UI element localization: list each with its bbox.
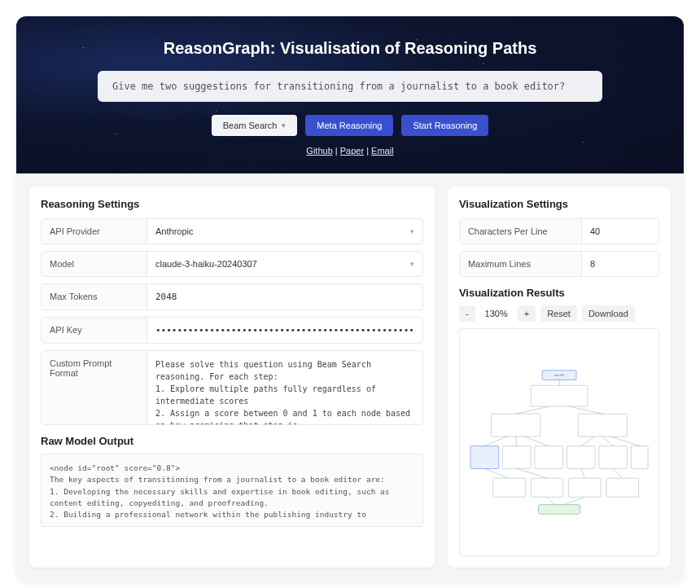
- api-key-input[interactable]: ••••••••••••••••••••••••••••••••••••••••…: [147, 318, 422, 343]
- chars-per-line-input[interactable]: 40: [582, 219, 658, 244]
- raw-output-box[interactable]: <node id="root" score="0.8"> The key asp…: [41, 454, 423, 527]
- reasoning-settings-panel: Reasoning Settings API Provider Anthropi…: [29, 186, 435, 568]
- viz-results-title: Visualization Results: [459, 287, 659, 299]
- chars-per-line-value: 40: [590, 226, 600, 236]
- svg-rect-13: [631, 446, 648, 469]
- svg-rect-20: [493, 478, 525, 497]
- model-value: claude-3-haiku-20240307: [155, 259, 257, 269]
- svg-rect-5: [578, 414, 627, 437]
- svg-rect-22: [569, 478, 601, 497]
- svg-line-30: [564, 497, 585, 504]
- viz-settings-title: Visualization Settings: [459, 198, 659, 210]
- api-key-row: API Key ••••••••••••••••••••••••••••••••…: [41, 317, 423, 344]
- search-method-dropdown[interactable]: Beam Search ▾: [212, 115, 298, 136]
- max-lines-row: Maximum Lines 8: [459, 251, 659, 277]
- svg-rect-21: [531, 478, 562, 497]
- svg-rect-11: [567, 446, 595, 469]
- svg-rect-9: [502, 446, 531, 469]
- svg-line-26: [581, 468, 585, 478]
- custom-prompt-row: Custom Prompt Format Please solve this q…: [41, 350, 423, 425]
- max-lines-value: 8: [590, 259, 595, 269]
- raw-output-title: Raw Model Output: [41, 435, 423, 447]
- meta-reasoning-button[interactable]: Meta Reasoning: [305, 115, 393, 136]
- chevron-down-icon: ▾: [410, 260, 414, 268]
- reset-button[interactable]: Reset: [540, 305, 577, 322]
- api-provider-select[interactable]: Anthropic ▾: [147, 219, 422, 244]
- api-key-value: ••••••••••••••••••••••••••••••••••••••••…: [155, 325, 414, 336]
- svg-rect-23: [606, 478, 638, 497]
- max-tokens-input[interactable]: 2048: [147, 284, 422, 309]
- flowchart-svg: root 0.8: [465, 334, 654, 551]
- download-button[interactable]: Download: [582, 305, 635, 322]
- max-tokens-value: 2048: [155, 292, 177, 302]
- github-link[interactable]: Github: [306, 146, 332, 156]
- svg-line-7: [569, 406, 603, 414]
- chars-per-line-label: Characters Per Line: [460, 219, 582, 244]
- custom-prompt-label: Custom Prompt Format: [42, 351, 147, 424]
- max-lines-input[interactable]: 8: [582, 252, 658, 276]
- svg-rect-4: [491, 414, 540, 437]
- svg-rect-10: [535, 446, 563, 469]
- visualization-panel: Visualization Settings Characters Per Li…: [448, 186, 671, 568]
- email-link[interactable]: Email: [371, 146, 394, 156]
- panels: Reasoning Settings API Provider Anthropi…: [16, 173, 684, 581]
- app-card: ReasonGraph: Visualisation of Reasoning …: [16, 16, 684, 581]
- zoom-out-button[interactable]: -: [459, 305, 475, 322]
- svg-line-24: [484, 468, 509, 478]
- paper-link[interactable]: Paper: [340, 146, 364, 156]
- svg-line-17: [581, 437, 594, 446]
- visualization-canvas[interactable]: root 0.8: [459, 328, 659, 556]
- api-provider-row: API Provider Anthropic ▾: [41, 218, 423, 244]
- zoom-in-button[interactable]: +: [518, 305, 536, 322]
- svg-text:root 0.8: root 0.8: [554, 374, 564, 377]
- model-row: Model claude-3-haiku-20240307 ▾: [41, 251, 423, 277]
- svg-line-19: [611, 437, 640, 446]
- max-tokens-label: Max Tokens: [42, 284, 147, 309]
- chevron-down-icon: ▾: [282, 121, 286, 129]
- svg-line-29: [547, 497, 554, 504]
- zoom-level: 130%: [480, 309, 513, 318]
- svg-line-27: [613, 468, 623, 478]
- max-lines-label: Maximum Lines: [460, 252, 582, 276]
- svg-line-14: [484, 437, 507, 446]
- chars-per-line-row: Characters Per Line 40: [459, 218, 659, 244]
- svg-line-18: [602, 437, 613, 446]
- api-provider-label: API Provider: [42, 219, 147, 244]
- api-key-label: API Key: [42, 318, 147, 343]
- svg-line-15: [516, 437, 517, 446]
- search-method-label: Beam Search: [223, 121, 278, 130]
- hero-links: Github | Paper | Email: [49, 146, 651, 156]
- svg-line-6: [516, 406, 550, 414]
- model-select[interactable]: claude-3-haiku-20240307 ▾: [147, 252, 422, 276]
- hero: ReasonGraph: Visualisation of Reasoning …: [16, 16, 684, 173]
- reasoning-settings-title: Reasoning Settings: [41, 198, 423, 210]
- svg-rect-28: [538, 505, 580, 515]
- viz-toolbar: - 130% + Reset Download: [459, 305, 659, 322]
- model-label: Model: [42, 252, 147, 276]
- query-input[interactable]: Give me two suggestions for transitionin…: [98, 71, 602, 102]
- svg-rect-12: [599, 446, 628, 469]
- svg-rect-8: [470, 446, 499, 469]
- svg-line-25: [517, 468, 547, 478]
- page-title: ReasonGraph: Visualisation of Reasoning …: [49, 39, 651, 58]
- hero-buttons: Beam Search ▾ Meta Reasoning Start Reaso…: [49, 115, 651, 136]
- svg-rect-2: [531, 385, 588, 406]
- svg-line-16: [524, 437, 549, 446]
- custom-prompt-textarea[interactable]: Please solve this question using Beam Se…: [147, 351, 422, 424]
- api-provider-value: Anthropic: [155, 226, 193, 236]
- max-tokens-row: Max Tokens 2048: [41, 283, 423, 310]
- start-reasoning-button[interactable]: Start Reasoning: [401, 115, 488, 136]
- chevron-down-icon: ▾: [410, 227, 414, 235]
